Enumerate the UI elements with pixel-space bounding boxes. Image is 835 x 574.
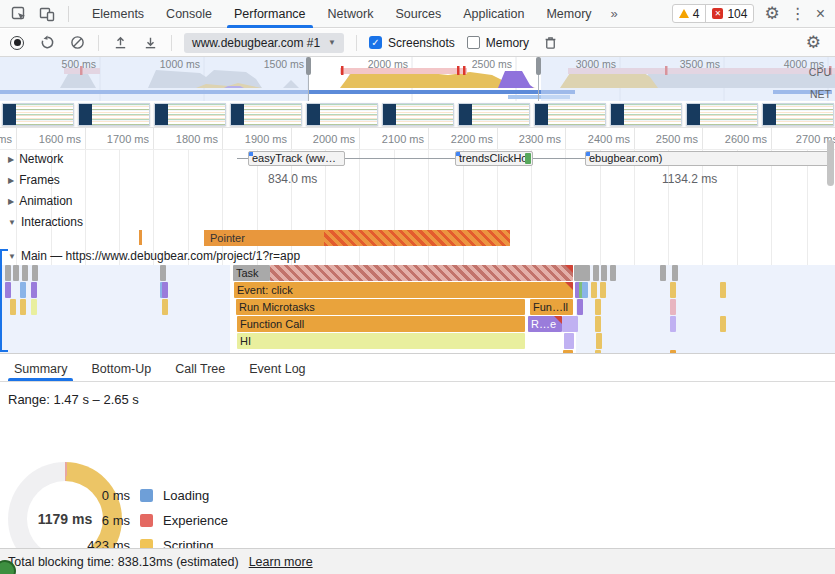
flame-bar[interactable]: Event: click (234, 282, 573, 298)
screenshots-toggle[interactable]: ✓ Screenshots (369, 36, 455, 50)
flame-bar[interactable] (574, 265, 590, 281)
filmstrip-thumbnail[interactable] (458, 103, 530, 126)
panel-tab[interactable]: Sources (384, 0, 452, 28)
panel-tab[interactable]: Network (317, 0, 385, 28)
flame-bar[interactable] (595, 350, 601, 353)
flame-bar[interactable] (670, 282, 676, 298)
interaction-tick[interactable] (139, 230, 142, 245)
error-badge[interactable]: ✕ 104 (705, 5, 753, 22)
filmstrip-thumbnail[interactable] (2, 103, 74, 126)
filmstrip-thumbnail[interactable] (686, 103, 758, 126)
inspect-element-icon[interactable] (10, 5, 28, 23)
flame-bar[interactable] (563, 350, 573, 353)
flame-bar[interactable] (720, 282, 726, 298)
filmstrip-thumbnail[interactable] (534, 103, 606, 126)
flame-bar[interactable] (577, 299, 583, 315)
flame-bar[interactable] (22, 265, 28, 281)
flame-bar[interactable] (660, 265, 666, 281)
track-group-header[interactable]: ▶ Animation (8, 194, 73, 208)
filmstrip-thumbnail[interactable] (762, 103, 834, 126)
flame-bar[interactable] (562, 316, 578, 332)
flame-bar[interactable] (595, 299, 601, 315)
issue-badges[interactable]: 4 ✕ 104 (672, 4, 755, 23)
flame-bar[interactable] (670, 350, 676, 353)
filmstrip-thumbnail[interactable] (78, 103, 150, 126)
flame-bar[interactable] (13, 265, 19, 281)
timeline-overview[interactable]: 500 ms1000 ms1500 ms2000 ms2500 ms3000 m… (0, 57, 835, 101)
flame-bar[interactable] (670, 316, 676, 332)
vertical-scrollbar-thumb[interactable] (827, 140, 834, 186)
flame-bar[interactable] (10, 299, 16, 315)
filmstrip-thumbnail[interactable] (306, 103, 378, 126)
flame-bar[interactable] (610, 265, 616, 281)
flame-bar[interactable] (32, 265, 38, 281)
interaction-pointer-bar[interactable]: Pointer (204, 230, 510, 246)
flame-bar[interactable] (160, 265, 166, 281)
flame-bar[interactable] (672, 265, 678, 281)
filmstrip-thumbnail[interactable] (382, 103, 454, 126)
details-tab[interactable]: Summary (2, 356, 79, 381)
flame-bar[interactable] (20, 299, 26, 315)
track-group-header[interactable]: ▶ Network (8, 152, 63, 166)
flame-bar[interactable]: Task (233, 265, 270, 281)
filmstrip-thumbnail[interactable] (610, 103, 682, 126)
track-group-header[interactable]: ▶ Frames (8, 173, 60, 187)
learn-more-link[interactable]: Learn more (249, 555, 313, 569)
main-flame-chart[interactable]: TaskEvent: clickRun MicrotasksFun…llFunc… (0, 265, 835, 353)
save-profile-icon[interactable] (141, 34, 159, 52)
flame-bar[interactable]: R…e (528, 316, 562, 332)
filmstrip-thumbnail[interactable] (230, 103, 302, 126)
screenshots-checkbox[interactable]: ✓ (369, 36, 382, 49)
reload-and-record-icon[interactable] (38, 34, 56, 52)
load-profile-icon[interactable] (111, 34, 129, 52)
flame-bar[interactable] (162, 282, 168, 298)
main-track-header[interactable]: ▼ Main — https://www.debugbear.com/proje… (8, 249, 300, 263)
panel-tab[interactable]: Console (155, 0, 223, 28)
settings-gear-icon[interactable]: ⚙ (764, 6, 779, 22)
flame-bar[interactable]: HI (237, 333, 525, 349)
kebab-menu-icon[interactable]: ⋮ (790, 6, 806, 22)
flame-bar[interactable] (600, 282, 606, 298)
flame-bar[interactable] (595, 316, 601, 332)
profile-select[interactable]: www.debugbear.com #1 ▼ (184, 33, 344, 53)
flame-bar[interactable] (162, 299, 168, 315)
network-request[interactable]: trendsClickHo (455, 151, 533, 166)
track-group-header[interactable]: ▼ Interactions (8, 215, 83, 229)
flame-bar[interactable]: Run Microtasks (236, 299, 525, 315)
capture-settings-gear-icon[interactable]: ⚙ (806, 33, 821, 52)
flame-bar[interactable] (720, 316, 726, 332)
details-tab[interactable]: Bottom-Up (79, 356, 163, 381)
clear-icon[interactable] (68, 34, 86, 52)
details-tab[interactable]: Call Tree (163, 356, 237, 381)
memory-toggle[interactable]: Memory (467, 36, 529, 50)
record-button[interactable] (8, 34, 26, 52)
details-tab[interactable]: Event Log (237, 356, 317, 381)
network-request[interactable]: easyTrack (ww… (248, 151, 345, 166)
close-icon[interactable]: × (816, 6, 825, 22)
flame-bar[interactable] (31, 282, 37, 298)
filmstrip-thumbnail[interactable] (154, 103, 226, 126)
disclosure-triangle-icon[interactable]: ▼ (8, 252, 16, 261)
flame-bar[interactable] (20, 282, 26, 298)
panel-tab[interactable]: Memory (535, 0, 602, 28)
device-toolbar-icon[interactable] (38, 5, 56, 23)
flame-bar[interactable] (591, 282, 597, 298)
more-tabs-icon[interactable]: » (603, 6, 624, 21)
flame-bar[interactable] (582, 282, 588, 298)
flame-bar[interactable] (593, 265, 599, 281)
flame-bar[interactable] (31, 299, 37, 315)
trash-icon[interactable] (541, 34, 559, 52)
disclosure-triangle-icon[interactable]: ▶ (8, 155, 14, 164)
panel-tab[interactable]: Elements (81, 0, 155, 28)
warning-badge[interactable]: 4 (673, 5, 706, 22)
network-request[interactable]: ebugbear.com) (585, 151, 830, 166)
memory-checkbox[interactable] (467, 36, 480, 49)
flame-bar[interactable]: Fun…ll (530, 299, 573, 315)
panel-tab[interactable]: Performance (223, 0, 317, 28)
disclosure-triangle-icon[interactable]: ▶ (8, 197, 14, 206)
flame-bar[interactable] (596, 333, 602, 349)
flame-bar[interactable] (270, 265, 573, 281)
flame-bar[interactable] (564, 333, 574, 349)
flame-bar[interactable] (670, 299, 676, 315)
overview-right-handle[interactable] (536, 57, 541, 75)
